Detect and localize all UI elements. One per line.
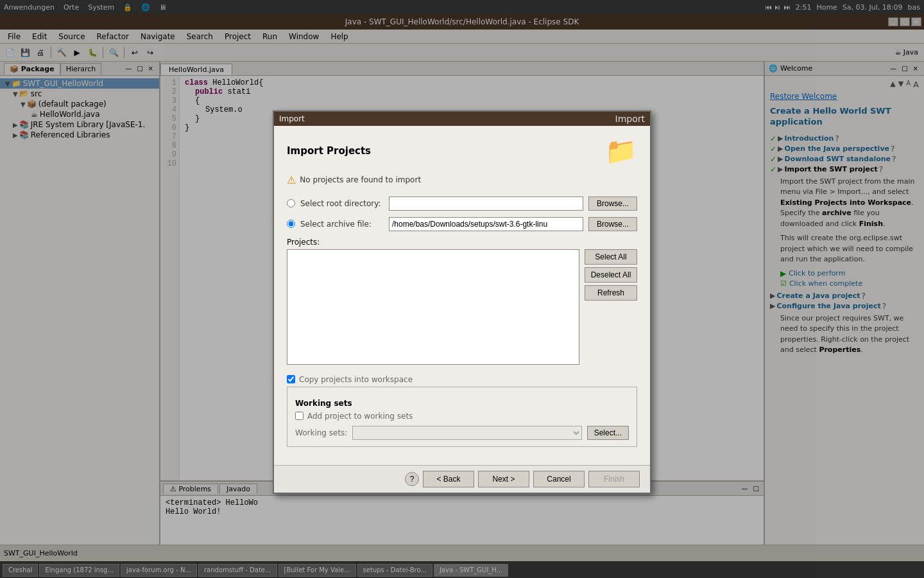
cancel-button[interactable]: Cancel <box>533 471 585 487</box>
modal-overlay: Import Import Import Projects 📁 ⚠ No pro… <box>0 0 924 578</box>
warning-row: ⚠ No projects are found to import <box>287 174 637 186</box>
deselect-all-button[interactable]: Deselect All <box>585 267 637 283</box>
refresh-button[interactable]: Refresh <box>585 285 637 301</box>
radio-archive-label: Select archive file: <box>300 220 384 229</box>
working-sets-select-button[interactable]: Select... <box>587 426 629 440</box>
add-working-sets-checkbox[interactable] <box>295 412 304 420</box>
add-working-sets-label: Add project to working sets <box>307 412 413 421</box>
working-sets-label: Working sets: <box>295 428 347 437</box>
copy-checkbox[interactable] <box>287 375 295 383</box>
back-button[interactable]: < Back <box>423 471 474 487</box>
dialog-help-button[interactable]: ? <box>405 472 419 486</box>
dialog-title-row: Import Projects 📁 <box>287 136 637 166</box>
next-button[interactable]: Next > <box>478 471 529 487</box>
copy-checkbox-row: Copy projects into workspace <box>287 375 637 384</box>
radio-root-label: Select root directory: <box>300 199 384 208</box>
projects-label: Projects: <box>287 238 637 247</box>
radio-archive-file[interactable] <box>287 220 295 228</box>
dialog-folder-icon: 📁 <box>605 136 637 166</box>
dialog-title-label: Import <box>279 114 305 123</box>
dialog-close-button[interactable]: Import <box>615 114 645 124</box>
select-all-button[interactable]: Select All <box>585 249 637 265</box>
warning-text: No projects are found to import <box>300 175 421 184</box>
import-dialog: Import Import Import Projects 📁 ⚠ No pro… <box>273 110 651 494</box>
dialog-footer: ? < Back Next > Cancel Finish <box>274 465 650 493</box>
copy-checkbox-label: Copy projects into workspace <box>299 375 413 384</box>
working-sets-title: Working sets <box>295 399 629 408</box>
archive-file-input[interactable] <box>389 217 583 231</box>
add-ws-checkbox-row: Add project to working sets <box>295 412 629 421</box>
dialog-heading: Import Projects <box>287 145 371 157</box>
project-action-buttons: Select All Deselect All Refresh <box>585 249 637 370</box>
working-sets-section: Working sets Add project to working sets… <box>287 387 637 447</box>
browse-root-button[interactable]: Browse... <box>588 197 637 211</box>
dialog-body: Import Projects 📁 ⚠ No projects are foun… <box>274 126 650 465</box>
finish-button[interactable]: Finish <box>588 471 640 487</box>
browse-archive-button[interactable]: Browse... <box>588 217 637 231</box>
radio-row-archive: Select archive file: Browse... <box>287 217 637 231</box>
root-directory-input[interactable] <box>389 197 583 211</box>
warning-icon: ⚠ <box>287 174 296 186</box>
projects-row: Select All Deselect All Refresh <box>287 249 637 370</box>
projects-list[interactable] <box>287 249 579 365</box>
radio-root-directory[interactable] <box>287 199 295 207</box>
working-sets-row: Working sets: Select... <box>295 426 629 440</box>
radio-row-root: Select root directory: Browse... <box>287 197 637 211</box>
working-sets-select[interactable] <box>352 426 581 440</box>
dialog-titlebar: Import Import <box>274 112 650 126</box>
